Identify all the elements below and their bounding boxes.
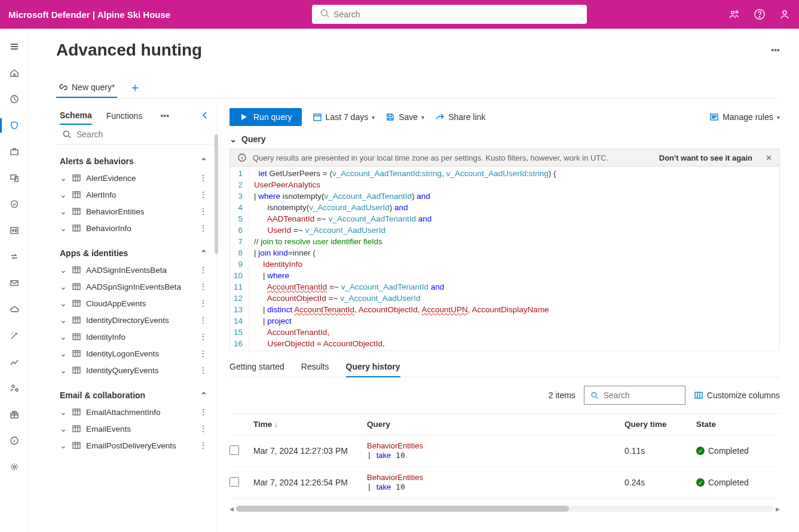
table-more-icon[interactable]: ⋮ — [199, 299, 207, 308]
run-query-button[interactable]: Run query — [229, 108, 302, 126]
table-more-icon[interactable]: ⋮ — [199, 441, 207, 450]
schema-table-item[interactable]: ⌄ BehaviorInfo ⋮ — [56, 220, 211, 236]
results-count: 2 items — [549, 390, 575, 400]
col-query-time[interactable]: Query time — [624, 420, 696, 429]
nav-mail[interactable] — [0, 271, 29, 295]
save-button[interactable]: Save ▾ — [385, 112, 424, 122]
account-icon[interactable] — [779, 8, 791, 20]
table-more-icon[interactable]: ⋮ — [199, 207, 207, 216]
nav-exchange[interactable] — [0, 245, 29, 269]
nav-briefcase[interactable] — [0, 140, 29, 164]
row-query-time: 0.24s — [624, 478, 696, 487]
query-tab-new[interactable]: New query* — [56, 78, 117, 98]
schema-table-item[interactable]: ⌄ IdentityQueryEvents ⋮ — [56, 362, 211, 379]
table-more-icon[interactable]: ⋮ — [199, 315, 207, 325]
table-more-icon[interactable]: ⋮ — [199, 349, 207, 358]
table-more-icon[interactable]: ⋮ — [199, 173, 207, 183]
schema-table-item[interactable]: ⌄ CloudAppEvents ⋮ — [56, 295, 211, 312]
schema-table-item[interactable]: ⌄ AlertEvidence ⋮ — [56, 170, 211, 186]
nav-info[interactable] — [0, 429, 29, 453]
table-icon — [72, 349, 81, 358]
query-history-tab[interactable]: Query history — [346, 357, 400, 377]
schema-search-input[interactable] — [76, 130, 207, 139]
schema-table-item[interactable]: ⌄ EmailPostDeliveryEvents ⋮ — [56, 437, 211, 454]
nav-secure[interactable] — [0, 192, 29, 216]
global-search-input[interactable] — [312, 5, 587, 24]
share-link-button[interactable]: Share link — [435, 112, 485, 122]
functions-tab[interactable]: Functions — [106, 107, 143, 124]
schema-table-item[interactable]: ⌄ IdentityLogonEvents ⋮ — [56, 345, 211, 362]
link-icon — [59, 82, 68, 92]
svg-rect-24 — [73, 300, 80, 306]
page-more[interactable]: ••• — [771, 45, 780, 55]
row-checkbox[interactable] — [229, 477, 239, 487]
schema-group-header[interactable]: Alerts & behaviors⌃ — [56, 150, 211, 170]
collapse-panel-button[interactable] — [200, 110, 210, 122]
table-more-icon[interactable]: ⋮ — [199, 190, 207, 199]
row-checkbox[interactable] — [229, 445, 239, 455]
svg-rect-28 — [73, 367, 80, 373]
history-search[interactable] — [584, 386, 685, 405]
query-editor[interactable]: 12345678910111213141516 let GetUserPeers… — [229, 167, 780, 351]
time-range-dropdown[interactable]: Last 7 days ▾ — [313, 112, 375, 122]
global-search-wrap — [312, 5, 587, 24]
history-search-input[interactable] — [604, 390, 679, 400]
manage-rules-button[interactable]: Manage rules ▾ — [709, 112, 780, 122]
schema-table-item[interactable]: ⌄ EmailAttachmentInfo ⋮ — [56, 404, 211, 420]
nav-gift[interactable] — [0, 402, 29, 426]
table-more-icon[interactable]: ⋮ — [199, 407, 207, 417]
col-query[interactable]: Query — [367, 420, 624, 429]
help-icon[interactable] — [754, 8, 766, 20]
schema-table-item[interactable]: ⌄ AlertInfo ⋮ — [56, 186, 211, 203]
schema-scrollbar[interactable] — [215, 134, 218, 254]
history-row[interactable]: Mar 7, 2024 12:27:03 PM BehaviorEntities… — [229, 435, 780, 467]
col-state[interactable]: State — [696, 420, 780, 429]
nav-shield[interactable] — [0, 113, 29, 137]
schema-group-header[interactable]: Apps & identities⌃ — [56, 242, 211, 262]
query-tab-label: New query* — [72, 82, 115, 92]
add-query-tab[interactable]: ＋ — [127, 76, 143, 98]
nav-cloud[interactable] — [0, 297, 29, 321]
schema-tabs-more[interactable]: ••• — [160, 111, 169, 121]
table-more-icon[interactable]: ⋮ — [199, 282, 207, 291]
customize-columns-button[interactable]: Customize columns — [694, 390, 780, 400]
svg-rect-22 — [73, 267, 80, 273]
table-more-icon[interactable]: ⋮ — [199, 223, 207, 233]
nav-reports[interactable] — [0, 350, 29, 374]
svg-rect-32 — [314, 114, 321, 121]
nav-settings[interactable] — [0, 455, 29, 479]
nav-wand[interactable] — [0, 324, 29, 348]
chevron-down-icon: ▾ — [777, 114, 780, 121]
schema-table-item[interactable]: ⌄ AADSignInEventsBeta ⋮ — [56, 262, 211, 278]
horizontal-scrollbar[interactable]: ◂ ▸ — [229, 505, 780, 513]
people-icon[interactable] — [728, 8, 740, 20]
schema-table-item[interactable]: ⌄ BehaviorEntities ⋮ — [56, 203, 211, 220]
svg-rect-11 — [11, 281, 18, 285]
schema-table-item[interactable]: ⌄ AADSpnSignInEventsBeta ⋮ — [56, 278, 211, 295]
schema-table-item[interactable]: ⌄ EmailEvents ⋮ — [56, 420, 211, 437]
nav-clock[interactable] — [0, 87, 29, 111]
schema-table-item[interactable]: ⌄ IdentityInfo ⋮ — [56, 328, 211, 345]
schema-search[interactable] — [56, 125, 213, 144]
results-tab[interactable]: Results — [301, 357, 329, 377]
schema-table-item[interactable]: ⌄ IdentityDirectoryEvents ⋮ — [56, 312, 211, 328]
hamburger-button[interactable] — [0, 35, 29, 59]
nav-contact[interactable] — [0, 219, 29, 242]
schema-group-header[interactable]: Email & collaboration⌃ — [56, 385, 211, 404]
query-section-header[interactable]: ⌃ Query — [229, 130, 780, 149]
table-more-icon[interactable]: ⋮ — [199, 365, 207, 375]
getting-started-tab[interactable]: Getting started — [229, 357, 284, 377]
schema-tab[interactable]: Schema — [60, 107, 92, 125]
history-row[interactable]: Mar 7, 2024 12:26:54 PM BehaviorEntities… — [229, 467, 780, 499]
table-more-icon[interactable]: ⋮ — [199, 265, 207, 275]
nav-user-gear[interactable] — [0, 376, 29, 400]
table-more-icon[interactable]: ⋮ — [199, 332, 207, 342]
col-time[interactable]: Time↓ — [253, 420, 367, 429]
nav-home[interactable] — [0, 61, 29, 85]
notice-close-button[interactable]: ✕ — [766, 153, 772, 162]
table-more-icon[interactable]: ⋮ — [199, 424, 207, 433]
svg-rect-20 — [73, 208, 80, 214]
nav-devices[interactable] — [0, 166, 29, 190]
notice-dismiss-link[interactable]: Don't want to see it again — [659, 153, 752, 162]
editor-code[interactable]: let GetUserPeers = (v_Account_AadTenantI… — [249, 167, 779, 350]
